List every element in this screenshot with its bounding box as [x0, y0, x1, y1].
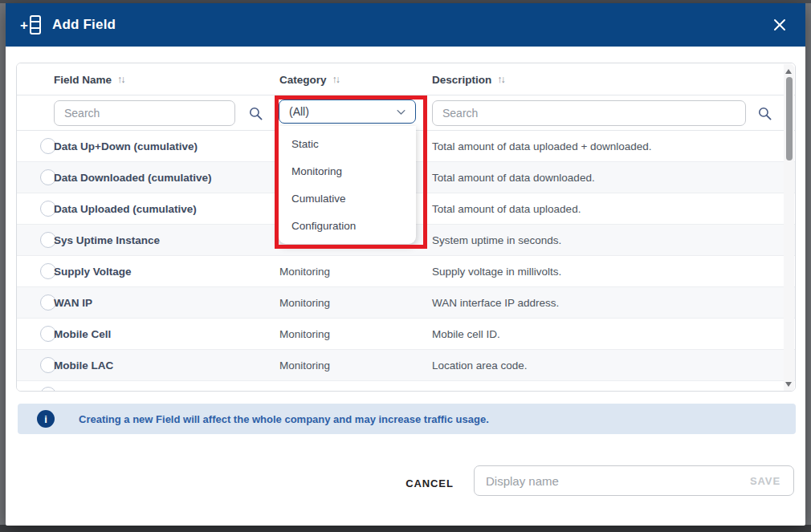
info-icon: i	[37, 410, 55, 428]
row-field-name: Data Uploaded (cumulative)	[54, 193, 197, 225]
row-description: Total amount of data uploaded.	[432, 193, 581, 225]
modal-header: + Add Field	[6, 3, 805, 47]
screen: + Add Field Field Name ↑↓ Category ↑↓	[0, 0, 811, 532]
description-search-input[interactable]	[432, 100, 746, 126]
description-label: Description	[432, 74, 491, 86]
scroll-down-icon[interactable]	[785, 382, 792, 387]
display-name-input[interactable]	[475, 466, 737, 495]
column-header-category[interactable]: Category ↑↓	[279, 63, 339, 95]
row-description: Supply voltage in millivolts.	[432, 256, 561, 287]
add-field-icon: +	[20, 15, 41, 35]
row-field-name: Data Downloaded (cumulative)	[54, 162, 212, 193]
table-row-partial[interactable]	[17, 381, 795, 392]
info-banner: i Creating a new Field will affect the w…	[18, 404, 796, 434]
field-name-search-input[interactable]	[54, 100, 235, 126]
info-banner-text: Creating a new Field will affect the who…	[79, 404, 489, 434]
row-category: Monitoring	[279, 319, 330, 350]
column-header-description[interactable]: Description ↑↓	[432, 63, 504, 95]
table-row[interactable]: WAN IP Monitoring WAN interface IP addre…	[17, 287, 795, 319]
field-name-label: Field Name	[54, 74, 112, 86]
sort-icon[interactable]: ↑↓	[497, 74, 504, 85]
table-header-row: Field Name ↑↓ Category ↑↓ Description ↑↓	[17, 63, 795, 95]
save-button[interactable]: SAVE	[737, 475, 793, 487]
table-row[interactable]: Mobile Cell Monitoring Mobile cell ID.	[17, 319, 795, 350]
category-dropdown-option[interactable]: Monitoring	[279, 157, 416, 185]
search-icon[interactable]	[757, 106, 772, 124]
search-icon[interactable]	[248, 106, 263, 124]
row-description: System uptime in seconds.	[432, 225, 561, 256]
overlay-bottom	[0, 525, 811, 532]
row-description: Mobile cell ID.	[432, 319, 500, 350]
row-category: Monitoring	[279, 350, 330, 381]
row-radio-button[interactable]	[40, 387, 56, 392]
category-filter-value: (All)	[289, 105, 309, 118]
scroll-up-icon[interactable]	[785, 69, 792, 74]
row-field-name: WAN IP	[54, 287, 92, 319]
row-field-name: Sys Uptime Instance	[54, 225, 160, 256]
row-field-name: Mobile Cell	[54, 319, 111, 350]
row-category: Monitoring	[279, 287, 330, 319]
category-label: Category	[279, 74, 327, 86]
row-description: Location area code.	[432, 350, 528, 381]
close-icon[interactable]	[768, 14, 791, 36]
sort-icon[interactable]: ↑↓	[332, 74, 340, 85]
column-header-field-name[interactable]: Field Name ↑↓	[54, 63, 124, 95]
category-dropdown-option[interactable]: Static	[279, 130, 416, 157]
row-field-name: Data Up+Down (cumulative)	[54, 131, 198, 162]
row-category: Monitoring	[279, 256, 330, 287]
column-glyph	[30, 15, 41, 35]
table-scrollbar[interactable]	[784, 64, 794, 392]
modal-title: Add Field	[52, 17, 116, 33]
row-description: Total amount of data uploaded + download…	[432, 131, 652, 162]
row-field-name: Mobile LAC	[54, 350, 113, 381]
row-field-name: Supply Voltage	[54, 256, 132, 287]
plus-glyph: +	[20, 18, 28, 32]
category-dropdown-option[interactable]: Configuration	[279, 212, 416, 239]
sort-icon[interactable]: ↑↓	[117, 74, 124, 85]
table-row[interactable]: Mobile LAC Monitoring Location area code…	[17, 350, 795, 381]
add-field-modal: + Add Field Field Name ↑↓ Category ↑↓	[6, 3, 805, 526]
category-filter-select[interactable]: (All)	[279, 99, 416, 124]
category-dropdown-option[interactable]: Cumulative	[279, 185, 416, 212]
chevron-down-icon	[395, 106, 407, 118]
table-row[interactable]: Supply Voltage Monitoring Supply voltage…	[17, 256, 795, 287]
row-description: WAN interface IP address.	[432, 287, 559, 319]
cancel-button[interactable]: CANCEL	[399, 473, 460, 493]
display-name-field-wrap: SAVE	[474, 465, 794, 496]
row-description: Total amount of data downloaded.	[432, 162, 595, 193]
category-dropdown-menu: Static Monitoring Cumulative Configurati…	[279, 126, 416, 244]
scrollbar-thumb[interactable]	[786, 77, 793, 160]
